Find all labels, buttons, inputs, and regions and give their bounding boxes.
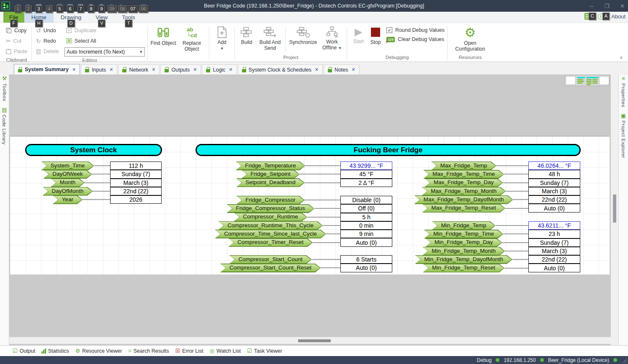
panel-button-error-list[interactable]: ☒Error List <box>175 348 203 354</box>
ribbon-tab-home[interactable]: HomeH <box>24 12 54 23</box>
io-tag[interactable]: Compressor_Start_Count_Reset <box>220 264 321 272</box>
close-icon[interactable]: ✕ <box>352 67 355 72</box>
io-tag[interactable]: Fridge_Compressor <box>236 196 304 205</box>
io-tag[interactable]: Min_Fridge_Temp_DayofMonth <box>415 255 512 264</box>
panel-button-output[interactable]: ☑Output <box>13 348 35 354</box>
io-tag[interactable]: Max_Fridge_Temp_Reset <box>422 204 505 213</box>
io-tag[interactable]: Min_Fridge_Temp_Day <box>425 238 502 247</box>
close-icon[interactable]: ✕ <box>193 67 197 72</box>
panel-button-statistics[interactable]: Statistics <box>41 348 69 354</box>
start-button[interactable]: ▶ Start <box>350 26 367 44</box>
value-box[interactable]: 23 h <box>528 230 580 238</box>
value-box[interactable]: 0 min <box>340 221 392 230</box>
ribbon-tab-file[interactable]: FileF <box>3 12 24 23</box>
panel-button-task-viewer[interactable]: ☑Task Viewer <box>247 348 282 354</box>
value-box[interactable]: Auto (0) <box>340 264 392 272</box>
clear-debug-values-button[interactable]: 123 Clear Debug Values <box>386 36 445 42</box>
maximize-button[interactable]: ❐ <box>604 3 609 9</box>
value-box[interactable]: 6 Starts <box>340 255 392 264</box>
close-icon[interactable]: ✕ <box>315 67 319 72</box>
io-tag[interactable]: Max_Fridge_Temp_Time <box>423 170 504 179</box>
io-tag[interactable]: System_Time <box>41 161 94 170</box>
doc-tab-system-summary[interactable]: System Summary✕ <box>14 64 80 74</box>
cut-button[interactable]: ✂ Cut <box>4 36 29 46</box>
value-box[interactable]: Sunday (7) <box>528 238 580 247</box>
panel-tab-toolbox[interactable]: ⚒Toolbox <box>2 76 7 101</box>
auto-increment-dropdown[interactable]: Auto Increment (To Next) ▼ <box>64 47 145 56</box>
synchronize-button[interactable]: ⟳09 <box>107 0 117 12</box>
round-debug-values-checkbox[interactable]: ✓ Round Debug Values <box>386 27 445 33</box>
block-header-system-clock[interactable]: System Clock <box>25 144 162 156</box>
doc-tab-network[interactable]: Network✕ <box>118 64 160 74</box>
collapse-ribbon-icon[interactable]: ∧ <box>620 55 623 60</box>
replace-object-button[interactable]: ab └cd Replace Object <box>177 26 206 52</box>
stop-button[interactable]: Stop <box>367 26 384 45</box>
build-and-send-button[interactable]: Build And Send <box>257 26 283 51</box>
ribbon-tab-view[interactable]: ViewV <box>88 12 115 23</box>
panel-tab-code-library[interactable]: ▤Code Library <box>2 107 7 145</box>
panel-button-search-results[interactable]: ⌗Search Results <box>128 348 169 354</box>
vertical-scrollbar[interactable] <box>611 74 618 345</box>
value-box[interactable]: 5 h <box>340 213 392 221</box>
io-tag[interactable]: Fridge_Setpoint <box>241 170 299 179</box>
value-box[interactable]: March (3) <box>528 187 580 195</box>
io-tag[interactable]: Max_Fridge_Temp_Month <box>422 187 506 196</box>
io-tag[interactable]: Min_Fridge_Temp_Month <box>422 247 505 256</box>
paste-button[interactable]: Paste <box>4 46 29 56</box>
panel-button-watch-list[interactable]: ◎Watch List <box>210 348 241 354</box>
io-tag[interactable]: Max_Fridge_Temp_Day <box>425 178 503 187</box>
synchronize-button[interactable]: Synchronize <box>287 26 319 45</box>
select-all-button[interactable]: Select All <box>64 36 145 46</box>
value-box[interactable]: Auto (0) <box>528 204 580 212</box>
close-button[interactable]: ✕ <box>620 3 625 9</box>
doc-tab-outputs[interactable]: Outputs✕ <box>160 64 201 74</box>
io-tag[interactable]: Fridge_Compressor_Status <box>226 204 314 213</box>
io-tag[interactable]: Setpoint_Deadband <box>236 178 304 187</box>
find-object-button[interactable]: Find Object <box>150 26 176 46</box>
close-icon[interactable]: ✕ <box>109 67 113 72</box>
block-header-beer-fridge[interactable]: Fucking Beer Fridge <box>196 144 581 156</box>
package-button[interactable]: ⊞7 <box>75 0 86 12</box>
new-sheet-button[interactable]: ▢5 <box>54 0 65 12</box>
io-tag[interactable]: DayOfWeek <box>43 170 92 179</box>
value-box[interactable]: Off (0) <box>340 204 392 213</box>
vertical-scrollbar-thumb[interactable] <box>613 195 616 223</box>
value-box[interactable]: Disable (0) <box>340 196 392 204</box>
minimap-viewport[interactable] <box>599 76 609 85</box>
value-box[interactable]: 46.0264... °F <box>528 161 580 170</box>
add-button[interactable]: Add ▼ <box>212 26 232 51</box>
io-tag[interactable]: Month <box>51 178 85 187</box>
redo-button[interactable]: ↻ Redo <box>34 36 60 46</box>
build-button[interactable]: Build <box>237 26 256 45</box>
io-tag[interactable]: Fridge_Temperature <box>236 161 305 170</box>
io-tag[interactable]: Min_Fridge_Temp_Reset <box>423 264 504 272</box>
value-box[interactable]: 22nd (22) <box>110 187 162 195</box>
value-box[interactable]: 2026 <box>110 195 162 204</box>
close-icon[interactable]: ✕ <box>72 67 76 72</box>
panel-tab-project-explorer[interactable]: ▣Project Explorer <box>621 113 626 158</box>
doc-tab-notes[interactable]: Notes✕ <box>324 64 360 74</box>
value-box[interactable]: Sunday (7) <box>110 170 162 178</box>
io-tag[interactable]: Max_Fridge_Temp_DayofMonth <box>414 195 513 204</box>
undo-button[interactable]: ↶1 <box>13 0 23 12</box>
value-box[interactable]: 48 h <box>528 170 580 178</box>
horizontal-scrollbar-thumb[interactable] <box>298 339 331 342</box>
io-tag[interactable]: Max_Fridge_Temp <box>431 161 497 170</box>
panel-button-resource-viewer[interactable]: ⚙Resource Viewer <box>75 348 122 354</box>
value-box[interactable]: 22nd (22) <box>528 195 580 204</box>
io-tag[interactable]: Year <box>53 195 82 204</box>
io-tag[interactable]: Min_Fridge_Temp_Time <box>424 230 503 238</box>
io-tag[interactable]: DayOfMonth <box>43 187 93 196</box>
export-button[interactable]: ⇥4 <box>44 0 54 12</box>
close-icon[interactable]: ✕ <box>229 67 232 72</box>
redo-button[interactable]: ↷2 <box>23 0 33 12</box>
zoom-in-button[interactable]: ⊕8 <box>86 0 96 12</box>
start-button[interactable]: ▶08 <box>117 0 128 12</box>
value-box[interactable]: March (3) <box>528 247 580 255</box>
doc-tab-logic[interactable]: Logic✕ <box>202 64 237 74</box>
panel-tab-properties[interactable]: ≡Properties <box>621 76 626 107</box>
io-tag[interactable]: Min_Fridge_Temp <box>432 221 495 230</box>
about-button[interactable]: About <box>611 13 625 20</box>
value-box[interactable]: 43.6211... °F <box>528 221 580 230</box>
delete-button[interactable]: Delete <box>34 46 60 56</box>
